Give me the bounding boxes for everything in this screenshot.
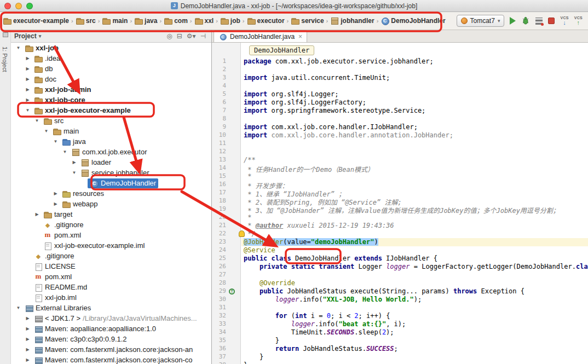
breadcrumb-item-jobhandler[interactable]: jobhandler [330, 15, 374, 26]
tree-row-xxl-job-core[interactable]: ▶xxl-job-core [11, 95, 211, 105]
expand-arrow-icon[interactable]: ▶ [24, 357, 32, 362]
code-line-24[interactable]: @Service [241, 246, 588, 255]
expand-arrow-icon[interactable]: ▶ [51, 201, 60, 206]
code-line-4[interactable] [241, 82, 588, 90]
breadcrumb-item-job[interactable]: job [220, 15, 241, 26]
breadcrumb-item-executor-example[interactable]: executor-example [2, 15, 70, 26]
tree-row-db[interactable]: ▶db [11, 63, 211, 74]
tree-row-service-jobhandler[interactable]: ▼service.jobhandler [11, 167, 211, 178]
code-line-5[interactable]: import org.slf4j.Logger; [241, 90, 588, 99]
collapse-arrow-icon[interactable]: ▼ [14, 45, 22, 50]
code-line-1[interactable]: package com.xxl.job.executor.service.job… [241, 57, 588, 66]
tree-row-gitignore[interactable]: .gitignore [11, 251, 211, 261]
hide-panel-button[interactable]: ⊣ [198, 32, 208, 40]
close-button[interactable] [4, 3, 11, 9]
override-gutter-icon[interactable]: ↑ [229, 288, 235, 294]
code-line-27[interactable] [241, 271, 588, 279]
tree-row-idea[interactable]: ▶.idea [11, 53, 211, 63]
tree-row-maven-com-fasterxml-jackson-core-jackson-an[interactable]: ▶Maven: com.fasterxml.jackson.core:jacks… [11, 344, 211, 355]
expand-arrow-icon[interactable]: ▶ [51, 191, 60, 196]
expand-arrow-icon[interactable]: ▶ [24, 337, 32, 342]
intention-bulb-icon[interactable] [239, 230, 245, 237]
collapse-arrow-icon[interactable]: ▼ [51, 139, 60, 144]
tab-demojobhandler[interactable]: DemoJobHandler.java × [214, 30, 307, 42]
project-stripe-button[interactable]: 1: Project [2, 47, 8, 72]
breadcrumb-item-main[interactable]: main [101, 15, 128, 26]
code-line-22[interactable]: */ [241, 230, 588, 238]
collapse-arrow-icon[interactable]: ▼ [14, 305, 22, 310]
code-line-32[interactable]: for (int i = 0; i < 2; i++) { [241, 312, 588, 320]
breadcrumb-item-java[interactable]: java [134, 15, 158, 26]
minimize-button[interactable] [15, 3, 22, 9]
code-line-17[interactable]: * 1、继承 “IJobHandler” ； [241, 189, 588, 197]
code-line-11[interactable] [241, 140, 588, 148]
tree-row-xxl-job-iml[interactable]: xxl-job.iml [11, 292, 211, 303]
tree-row-external-libraries[interactable]: ▼External Libraries [11, 303, 211, 313]
expand-arrow-icon[interactable]: ▶ [24, 66, 32, 71]
code-line-21[interactable]: * @author xuxueli 2015-12-19 19:43:36 [241, 222, 588, 230]
expand-arrow-icon[interactable]: ▶ [24, 56, 32, 61]
settings-gear-button[interactable]: ⚙▾ [185, 32, 198, 40]
code-line-28[interactable]: @Override [241, 279, 588, 287]
project-view-select[interactable]: Project ▾ [14, 32, 41, 40]
code-line-10[interactable]: import com.xxl.job.core.handler.annotati… [241, 131, 588, 140]
tree-row-xxl-job-executor-example[interactable]: ▼xxl-job-executor-example [11, 105, 211, 115]
stop-button[interactable] [548, 18, 555, 24]
locate-file-button[interactable]: ◎ [164, 32, 174, 40]
collapse-arrow-icon[interactable]: ▼ [70, 170, 78, 175]
expand-arrow-icon[interactable]: ▶ [24, 347, 32, 352]
code-line-8[interactable] [241, 115, 588, 123]
code-line-9[interactable]: import com.xxl.job.core.handler.IJobHand… [241, 123, 588, 131]
tree-row-maven-c3p0-c3p0-0-9-1-2[interactable]: ▶Maven: c3p0:c3p0:0.9.1.2 [11, 334, 211, 344]
tree-row-doc[interactable]: ▶doc [11, 74, 211, 84]
tree-row-maven-com-fasterxml-jackson-core-jackson-co[interactable]: ▶Maven: com.fasterxml.jackson.core:jacks… [11, 355, 211, 364]
tree-row-xxl-job[interactable]: ▼xxl-job [11, 43, 211, 53]
vcs-commit-button[interactable]: VCS ↑ [574, 16, 583, 26]
expand-arrow-icon[interactable]: ▶ [24, 97, 32, 102]
tree-row-pom-xml[interactable]: pom.xml [11, 230, 211, 240]
code-line-25[interactable]: public class DemoJobHandler extends IJob… [241, 255, 588, 263]
code-line-16[interactable]: * 开发步骤： [241, 181, 588, 189]
tree-row-demojobhandler[interactable]: DemoJobHandler [11, 178, 211, 188]
code-line-29[interactable]: public JobHandleStatus execute(String...… [241, 287, 588, 296]
vcs-update-button[interactable]: VCS ↓ [560, 16, 568, 26]
breadcrumb-item-src[interactable]: src [75, 15, 96, 26]
code-line-18[interactable]: * 2、装配到Spring, 例如加 “@Service” 注解; [241, 197, 588, 205]
code-line-34[interactable]: TimeUnit.SECONDS.sleep(2); [241, 328, 588, 337]
zoom-button[interactable] [26, 3, 33, 9]
tree-row-java[interactable]: ▼java [11, 136, 211, 147]
code-line-26[interactable]: private static transient Logger logger =… [241, 263, 588, 271]
debug-button[interactable] [521, 16, 530, 25]
run-configuration-select[interactable]: Tomcat7 ▾ [457, 15, 505, 27]
tree-row-webapp[interactable]: ▶webapp [11, 199, 211, 209]
code-line-37[interactable]: } [241, 353, 588, 361]
code-line-35[interactable]: } [241, 337, 588, 345]
code-line-33[interactable]: logger.info("beat at:{}", i); [241, 320, 588, 328]
run-button[interactable] [510, 17, 516, 25]
tree-row-jdk1-7[interactable]: ▶< JDK1.7 > /Library/Java/JavaVirtualMac… [11, 313, 211, 323]
tree-row-xxl-job-executor-example-iml[interactable]: xxl-job-executor-example.iml [11, 240, 211, 251]
code-line-12[interactable] [241, 148, 588, 156]
tree-row-resources[interactable]: ▶resources [11, 188, 211, 199]
collapse-arrow-icon[interactable]: ▼ [33, 118, 41, 123]
expand-arrow-icon[interactable]: ▶ [24, 77, 32, 82]
tree-row-src[interactable]: ▼src [11, 115, 211, 126]
code-line-20[interactable]: * [241, 213, 588, 222]
tree-row-pom-xml[interactable]: pom.xml [11, 271, 211, 282]
tree-row-gitignore[interactable]: .gitignore [11, 219, 211, 230]
expand-arrow-icon[interactable]: ▶ [24, 316, 32, 321]
tree-row-xxl-job-admin[interactable]: ▶xxl-job-admin [11, 84, 211, 95]
code-line-15[interactable]: * [241, 172, 588, 181]
expand-arrow-icon[interactable]: ▶ [70, 160, 78, 165]
tree-row-license[interactable]: LICENSE [11, 261, 211, 271]
code-line-19[interactable]: * 3、加 “@JobHander” 注解，注解value值为新增任务生成的Jo… [241, 205, 588, 213]
breadcrumb-item-service[interactable]: service [290, 15, 324, 26]
tree-row-maven-aopalliance-aopalliance-1-0[interactable]: ▶Maven: aopalliance:aopalliance:1.0 [11, 323, 211, 334]
breadcrumb-item-com[interactable]: com [163, 15, 188, 26]
code-line-31[interactable] [241, 304, 588, 312]
code-line-6[interactable]: import org.slf4j.LoggerFactory; [241, 99, 588, 107]
breadcrumb-item-xxl[interactable]: xxl [194, 15, 215, 26]
code-line-36[interactable]: return JobHandleStatus.SUCCESS; [241, 345, 588, 353]
code-line-13[interactable]: /** [241, 156, 588, 164]
expand-arrow-icon[interactable]: ▶ [33, 212, 41, 217]
